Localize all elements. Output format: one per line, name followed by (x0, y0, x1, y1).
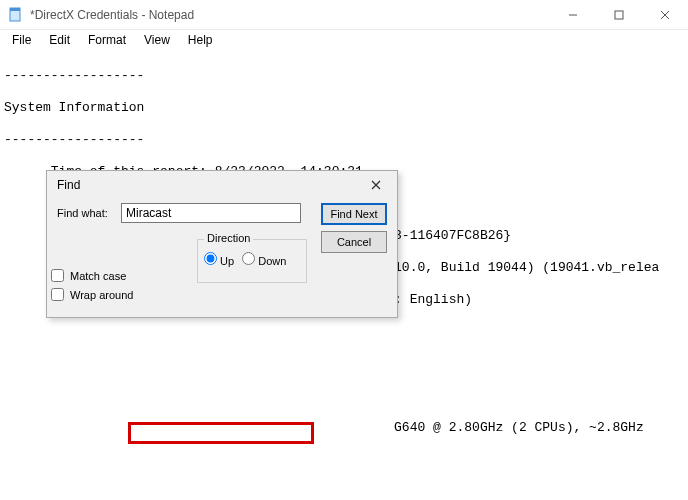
direction-up-radio[interactable]: Up (204, 252, 234, 267)
match-case-checkbox[interactable] (51, 269, 64, 282)
text-fragment: G640 @ 2.80GHz (2 CPUs), ~2.8GHz (386, 420, 643, 435)
window-title: *DirectX Credentials - Notepad (30, 8, 550, 22)
text-line (4, 388, 688, 404)
svg-rect-3 (615, 11, 623, 19)
find-what-label: Find what: (57, 207, 113, 219)
text-line (4, 452, 688, 468)
direction-down-radio[interactable]: Down (242, 252, 286, 267)
window-controls (550, 0, 688, 29)
text-line: System Information (4, 100, 688, 116)
text-line: ------------------ (4, 68, 688, 84)
menu-format[interactable]: Format (80, 32, 134, 48)
find-dialog: Find Find what: Find Next Cancel Directi… (46, 170, 398, 318)
find-dialog-titlebar[interactable]: Find (47, 171, 397, 199)
menu-help[interactable]: Help (180, 32, 221, 48)
wrap-around-checkbox[interactable] (51, 288, 64, 301)
text-line: ------------------ (4, 132, 688, 148)
text-line (4, 324, 688, 340)
notepad-icon (8, 7, 24, 23)
minimize-button[interactable] (550, 0, 596, 30)
menu-view[interactable]: View (136, 32, 178, 48)
text-fragment: g: English) (386, 292, 472, 307)
cancel-button[interactable]: Cancel (321, 231, 387, 253)
svg-rect-1 (10, 8, 20, 11)
menubar: File Edit Format View Help (0, 30, 688, 50)
text-line (4, 484, 688, 500)
find-what-input[interactable] (121, 203, 301, 223)
find-close-button[interactable] (361, 174, 391, 196)
text-line (4, 356, 688, 372)
menu-file[interactable]: File (4, 32, 39, 48)
menu-edit[interactable]: Edit (41, 32, 78, 48)
direction-legend: Direction (204, 232, 253, 244)
text-line: G640 @ 2.80GHz (2 CPUs), ~2.8GHz (4, 420, 688, 436)
find-next-button[interactable]: Find Next (321, 203, 387, 225)
titlebar[interactable]: *DirectX Credentials - Notepad (0, 0, 688, 30)
wrap-around-label: Wrap around (70, 289, 133, 301)
match-case-label: Match case (70, 270, 126, 282)
find-dialog-body: Find what: Find Next Cancel Direction Up… (47, 199, 397, 317)
close-button[interactable] (642, 0, 688, 30)
maximize-button[interactable] (596, 0, 642, 30)
direction-group: Direction Up Down (197, 239, 307, 283)
find-dialog-title: Find (57, 178, 361, 192)
